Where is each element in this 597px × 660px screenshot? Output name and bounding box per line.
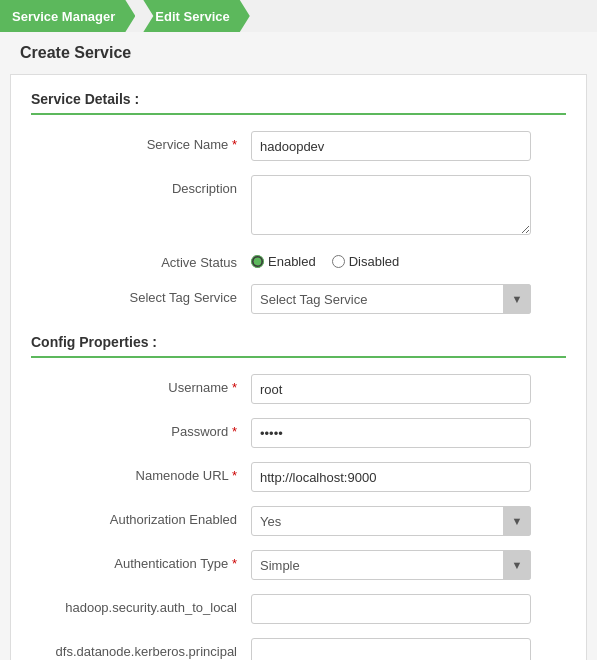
authorization-enabled-row: Authorization Enabled Yes No ▼ [31,506,566,536]
service-name-label: Service Name * [31,131,251,152]
disabled-option[interactable]: Disabled [332,254,400,269]
authentication-type-dropdown[interactable]: Simple Kerberos [251,550,531,580]
dfs-datanode-input[interactable] [251,638,531,660]
namenode-url-label: Namenode URL * [31,462,251,483]
breadcrumb-edit-service[interactable]: Edit Service [133,0,249,32]
description-input[interactable] [251,175,531,235]
authorization-enabled-wrapper: Yes No ▼ [251,506,531,536]
active-status-row: Active Status Enabled Disabled [31,249,566,270]
hadoop-security-input[interactable] [251,594,531,624]
password-label: Password * [31,418,251,439]
select-tag-service-row: Select Tag Service Select Tag Service ▼ [31,284,566,314]
dfs-datanode-row: dfs.datanode.kerberos.principal [31,638,566,660]
disabled-radio[interactable] [332,255,345,268]
config-properties-title: Config Properties : [31,334,566,358]
service-details-title: Service Details : [31,91,566,115]
authorization-enabled-label: Authorization Enabled [31,506,251,527]
service-name-row: Service Name * [31,131,566,161]
username-label: Username * [31,374,251,395]
service-name-input[interactable] [251,131,531,161]
namenode-url-row: Namenode URL * [31,462,566,492]
active-status-label: Active Status [31,249,251,270]
enabled-option[interactable]: Enabled [251,254,316,269]
description-label: Description [31,175,251,196]
select-tag-service-label: Select Tag Service [31,284,251,305]
authentication-type-label: Authentication Type * [31,550,251,571]
username-row: Username * [31,374,566,404]
hadoop-security-row: hadoop.security.auth_to_local [31,594,566,624]
breadcrumb-service-manager[interactable]: Service Manager [0,0,135,32]
description-row: Description [31,175,566,235]
form-container: Service Details : Service Name * Descrip… [10,74,587,660]
page-title: Create Service [0,32,597,74]
select-tag-service-dropdown[interactable]: Select Tag Service [251,284,531,314]
breadcrumb: Service Manager Edit Service [0,0,597,32]
config-properties-section: Config Properties : Username * Password … [31,334,566,660]
username-input[interactable] [251,374,531,404]
authorization-enabled-dropdown[interactable]: Yes No [251,506,531,536]
password-input[interactable] [251,418,531,448]
active-status-radio-group: Enabled Disabled [251,249,399,269]
dfs-datanode-label: dfs.datanode.kerberos.principal [31,638,251,659]
authentication-type-wrapper: Simple Kerberos ▼ [251,550,531,580]
select-tag-service-wrapper: Select Tag Service ▼ [251,284,531,314]
enabled-radio[interactable] [251,255,264,268]
password-row: Password * [31,418,566,448]
authentication-type-row: Authentication Type * Simple Kerberos ▼ [31,550,566,580]
hadoop-security-label: hadoop.security.auth_to_local [31,594,251,615]
namenode-url-input[interactable] [251,462,531,492]
